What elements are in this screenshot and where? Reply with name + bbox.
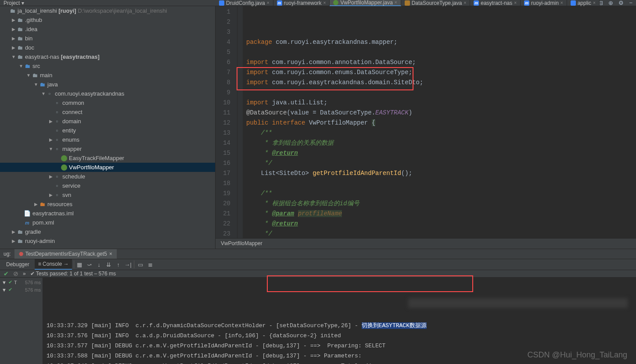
tree-item[interactable]: ▫common (0, 98, 215, 107)
tree-item[interactable]: ▼▫com.ruoyi.easytrackandnas (0, 89, 215, 98)
code-line[interactable]: package com.ruoyi.easytrackandnas.mapper… (246, 37, 636, 47)
step-into-force-icon[interactable]: ⇊ (105, 261, 112, 268)
close-icon[interactable]: × (514, 0, 517, 5)
tree-item[interactable]: ▶🖿.idea (0, 25, 215, 34)
console-line[interactable]: 10:33:37.576 [main] INFO c.a.d.p.DruidDa… (47, 331, 632, 341)
code-editor[interactable]: 1234567891011121314151617181920212223 pa… (216, 6, 636, 238)
line-number[interactable]: 19 (216, 189, 230, 199)
test-tree[interactable]: ▼✔T576 ms▼✔576 ms (0, 278, 43, 364)
tree-arrow-icon[interactable]: ▼ (33, 82, 39, 87)
line-number[interactable]: 20 (216, 199, 230, 209)
editor-tab[interactable]: VwPortfiloMapper.java× (330, 0, 401, 6)
tree-arrow-icon[interactable]: ▶ (48, 174, 54, 179)
tree-arrow-icon[interactable]: ▶ (11, 18, 16, 22)
line-number[interactable]: 4 (216, 37, 230, 47)
tree-arrow-icon[interactable]: ▶ (11, 27, 16, 32)
code-line[interactable] (246, 47, 636, 57)
line-number[interactable]: 12 (216, 118, 230, 128)
tree-item[interactable]: ▶🖿doc (0, 43, 215, 52)
code-line[interactable]: */ (246, 229, 636, 238)
code-line[interactable] (246, 178, 636, 189)
tree-item[interactable]: ▶🖿bin (0, 34, 215, 43)
evaluate-icon[interactable]: ▭ (137, 261, 144, 268)
target-icon[interactable]: ⊕ (608, 0, 613, 6)
step-over-icon[interactable]: ⤻ (86, 261, 93, 268)
line-number[interactable]: 15 (216, 148, 230, 158)
close-icon[interactable]: × (561, 0, 563, 5)
line-number[interactable]: 16 (216, 158, 230, 168)
line-number[interactable]: 5 (216, 47, 230, 57)
run-to-cursor-icon[interactable]: →| (124, 261, 131, 268)
project-tree[interactable]: 🖿ja_local_irenshi [ruoyi] D:\workspace\j… (0, 6, 216, 249)
code-line[interactable]: * 拿到组合的关系的数据 (246, 138, 636, 148)
tree-item[interactable]: 🖿ja_local_irenshi [ruoyi] D:\workspace\j… (0, 6, 215, 15)
tree-arrow-icon[interactable]: ▶ (48, 193, 54, 197)
layout-icon[interactable]: ▦ (76, 261, 83, 268)
code-line[interactable]: */ (246, 158, 636, 168)
close-icon[interactable]: × (464, 0, 466, 5)
settings-icon[interactable]: ⚙ (618, 0, 624, 6)
tree-arrow-icon[interactable]: ▼ (11, 54, 16, 59)
console-tab[interactable]: ≡ Console → (35, 259, 72, 270)
console-line[interactable]: 10:33:37.648 [main] DEBUG c.r.e.m.V.getP… (47, 361, 632, 364)
tree-arrow-icon[interactable]: ▶ (11, 36, 16, 41)
tree-item[interactable]: mpom.xml (0, 218, 215, 227)
tree-item[interactable]: ▫service (0, 181, 215, 190)
tree-item[interactable]: ▶▫svn (0, 190, 215, 200)
line-number[interactable]: 9 (216, 88, 230, 98)
line-number[interactable]: 13 (216, 128, 230, 138)
tree-item[interactable]: ▼▫mapper (0, 144, 215, 153)
step-into-icon[interactable]: ↓ (95, 261, 102, 268)
line-number[interactable]: 14 (216, 138, 230, 148)
tree-item[interactable]: ▼🖿easytract-nas [easytractnas] (0, 52, 215, 61)
line-number[interactable]: 10 (216, 98, 230, 108)
tree-item[interactable]: ▶🖿.github (0, 15, 215, 25)
editor-tab[interactable]: measytract-nas× (470, 0, 521, 6)
close-icon[interactable]: × (109, 251, 112, 257)
test-row[interactable]: ▼✔T576 ms (0, 278, 43, 286)
tree-item[interactable]: ▶▫domain (0, 117, 215, 126)
code-line[interactable]: @DataSource(value = DataSourceType.EASYT… (246, 108, 636, 118)
line-number[interactable]: 7 (216, 68, 230, 78)
hide-icon[interactable]: − (629, 0, 632, 6)
code-line[interactable]: public interface VwPortfiloMapper { (246, 118, 636, 128)
code-line[interactable]: import java.util.List; (246, 98, 636, 108)
console-line[interactable]: 10:33:37.577 [main] DEBUG c.r.e.m.V.getP… (47, 341, 632, 351)
close-icon[interactable]: × (267, 0, 269, 5)
line-number[interactable]: 3 (216, 27, 230, 37)
line-number[interactable]: 17 (216, 168, 230, 178)
close-icon[interactable]: × (593, 0, 596, 5)
line-number[interactable]: 1 (216, 7, 230, 17)
close-icon[interactable]: × (323, 0, 326, 5)
close-icon[interactable]: × (395, 0, 397, 5)
tree-arrow-icon[interactable]: ▼ (18, 64, 24, 68)
step-out-icon[interactable]: ↑ (115, 261, 122, 268)
tree-arrow-icon[interactable]: ▼ (48, 146, 54, 151)
tree-arrow-icon[interactable]: ▶ (48, 119, 54, 124)
breadcrumb[interactable]: VwPortfiloMapper (216, 238, 636, 249)
run-config-tab[interactable]: ⬣ TestDepartmentIsrEasyTRack.get5 × (14, 249, 117, 259)
tree-arrow-icon[interactable]: ▼ (26, 73, 31, 78)
tree-arrow-icon[interactable]: ▶ (11, 229, 16, 234)
tree-arrow-icon[interactable]: ▶ (48, 137, 54, 142)
editor-tab[interactable]: mruoyi-framework× (273, 0, 330, 6)
trace-icon[interactable]: ≣ (147, 261, 154, 268)
code-line[interactable]: /** (246, 128, 636, 138)
tree-item[interactable]: ▶🖿ruoyi-admin (0, 236, 215, 246)
test-row[interactable]: ▼✔576 ms (0, 286, 43, 293)
tree-item[interactable]: ▫connect (0, 107, 215, 117)
line-number[interactable]: 22 (216, 219, 230, 229)
code-line[interactable]: /** (246, 189, 636, 199)
line-number[interactable]: 2 (216, 17, 230, 27)
debugger-tab[interactable]: Debugger (3, 260, 33, 269)
code-line[interactable]: List<SiteDto> getProtfileIdAndParentId()… (246, 168, 636, 178)
line-number[interactable]: 11 (216, 108, 230, 118)
project-dropdown[interactable]: Project ▾ (4, 0, 24, 6)
code-line[interactable]: * 根据组合名称拿到组合的id编号 (246, 199, 636, 209)
code-line[interactable]: * @param protfileName (246, 209, 636, 219)
editor-tab[interactable]: DataSourceType.java× (401, 0, 471, 6)
tree-arrow-icon[interactable]: ▶ (11, 45, 16, 50)
tree-item[interactable]: ▫entity (0, 126, 215, 135)
tree-arrow-icon[interactable]: ▶ (11, 239, 16, 243)
editor-tab[interactable]: DruidConfig.java× (216, 0, 273, 6)
